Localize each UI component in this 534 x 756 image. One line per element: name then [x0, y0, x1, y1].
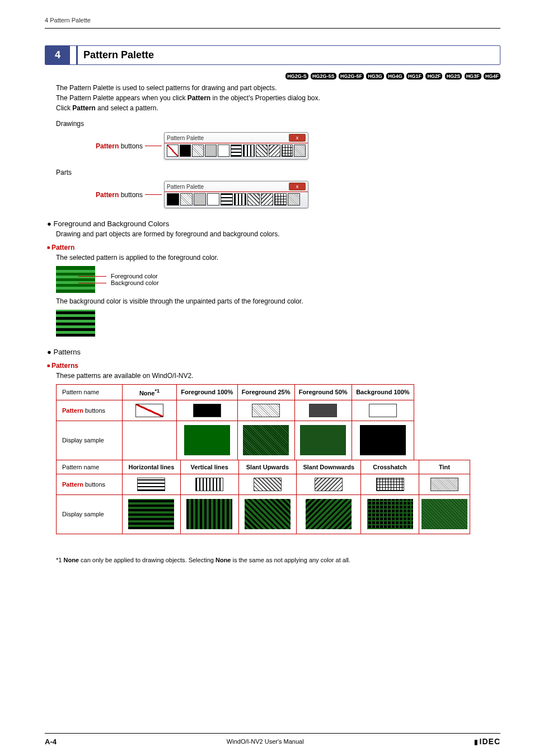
pattern-fg100[interactable] [167, 193, 179, 206]
patterns-table-2: Pattern name Horizontal lines Vertical l… [56, 460, 470, 534]
badge: HG2G-5S [311, 73, 336, 80]
badge: HG4F [484, 73, 500, 80]
intro-2: The Pattern Palette appears when you cli… [56, 94, 500, 102]
cell [419, 494, 470, 534]
intro-1: The Pattern Palette is used to select pa… [56, 84, 500, 92]
cell [352, 400, 414, 421]
pattern-bg100[interactable] [218, 144, 229, 157]
cell [361, 494, 419, 534]
cell [419, 474, 470, 494]
pattern-fg25[interactable] [180, 193, 193, 206]
pattern-tint[interactable] [294, 144, 306, 157]
cell: Horizontal lines [123, 460, 181, 474]
cell: Slant Upwards [238, 460, 297, 474]
manual-title: WindO/I-NV2 User's Manual [227, 738, 304, 745]
cell: Background 100% [352, 385, 414, 400]
cell [294, 400, 352, 421]
pattern-crosshatch[interactable] [274, 193, 287, 206]
drawings-palette-row: Pattern buttons Pattern Palette x [56, 132, 500, 160]
close-icon[interactable]: x [289, 183, 306, 190]
text: in the object's Properties dialog box. [210, 94, 320, 102]
pattern-slant-down[interactable] [261, 193, 273, 206]
pattern-fg50[interactable] [205, 144, 217, 157]
pattern-crosshatch[interactable] [282, 144, 293, 157]
section-heading: Pattern Palette [78, 46, 160, 64]
badge: HG1F [406, 73, 423, 80]
cell [361, 474, 419, 494]
cell [238, 494, 297, 534]
pattern-slant-down[interactable] [269, 144, 280, 157]
text: Click [56, 104, 72, 112]
callout-fg: Foreground color [101, 273, 159, 279]
fgbg-heading: Foreground and Background Colors [47, 220, 500, 228]
cell: Display sample [57, 421, 123, 460]
cell [294, 421, 352, 460]
pattern-vlines[interactable] [234, 193, 246, 206]
pattern-hlines[interactable] [231, 144, 242, 157]
drawings-label: Drawings [56, 120, 500, 128]
badge: HG2S [445, 73, 462, 80]
parts-label: Parts [56, 169, 500, 176]
callout-line [145, 194, 162, 195]
cell: Tint [419, 460, 470, 474]
cell: Vertical lines [180, 460, 238, 474]
close-icon[interactable]: x [289, 134, 306, 142]
cell [238, 474, 297, 494]
idec-logo: IDEC [474, 737, 500, 746]
text-bold: Pattern [72, 104, 95, 112]
patterns-table-1: Pattern name None*1 Foreground 100% Fore… [56, 384, 414, 460]
pattern-tint[interactable] [288, 193, 300, 206]
pattern-fg25[interactable] [192, 144, 204, 157]
cell [123, 494, 181, 534]
patterns-desc: These patterns are available on WindO/I-… [56, 372, 500, 380]
cell: Pattern buttons [57, 400, 123, 421]
pattern-line2: The background color is visible through … [56, 297, 500, 305]
text: The Pattern Palette appears when you cli… [56, 94, 188, 102]
cell [180, 474, 238, 494]
patterns-heading: Patterns [47, 348, 500, 356]
badge: HG3G [366, 73, 384, 80]
section-title: 4 Pattern Palette [45, 45, 500, 65]
cell [297, 494, 361, 534]
cell [237, 421, 294, 460]
badge: HG2G-5F [339, 73, 364, 80]
footnote: *1 None can only be applied to drawing o… [56, 557, 500, 563]
pattern-buttons-label: Pattern buttons [56, 142, 143, 150]
pattern-hlines[interactable] [221, 193, 233, 206]
pattern-line1: The selected pattern is applied to the f… [56, 254, 500, 262]
pattern-bg100[interactable] [207, 193, 219, 206]
model-badges: HG2G-S HG2G-5S HG2G-5F HG3G HG4G HG1F HG… [45, 72, 500, 80]
cell [123, 421, 177, 460]
page-number: A-4 [45, 738, 57, 746]
cell [176, 400, 237, 421]
pattern-none[interactable] [167, 144, 179, 157]
cell: Pattern name [57, 460, 123, 474]
pattern-vlines[interactable] [243, 144, 255, 157]
parts-palette-row: Pattern buttons Pattern Palette x [56, 181, 500, 208]
bg-demo [56, 310, 95, 337]
running-header: 4 Pattern Palette [45, 17, 500, 24]
badge: HG2G-S [285, 73, 308, 80]
cell [352, 421, 414, 460]
text-bold: Pattern [188, 94, 210, 102]
cell: Pattern buttons [57, 474, 123, 494]
pattern-palette-window: Pattern Palette x [164, 181, 308, 208]
cell [123, 474, 181, 494]
cell [123, 400, 177, 421]
cell: Crosshatch [361, 460, 419, 474]
cell [176, 421, 237, 460]
cell: Slant Downwards [297, 460, 361, 474]
cell [237, 400, 294, 421]
callout-bg: Background color [101, 279, 159, 286]
title-gap [70, 46, 78, 64]
intro-3: Click Pattern and select a pattern. [56, 104, 500, 112]
cell [297, 474, 361, 494]
pattern-fg100[interactable] [180, 144, 191, 157]
palette-title: Pattern Palette [167, 184, 204, 190]
section-number: 4 [45, 46, 70, 64]
cell: None*1 [123, 385, 177, 400]
pattern-slant-up[interactable] [256, 144, 268, 157]
patterns-subheading: Patterns [47, 362, 500, 370]
pattern-fg50[interactable] [194, 193, 206, 206]
pattern-slant-up[interactable] [247, 193, 260, 206]
